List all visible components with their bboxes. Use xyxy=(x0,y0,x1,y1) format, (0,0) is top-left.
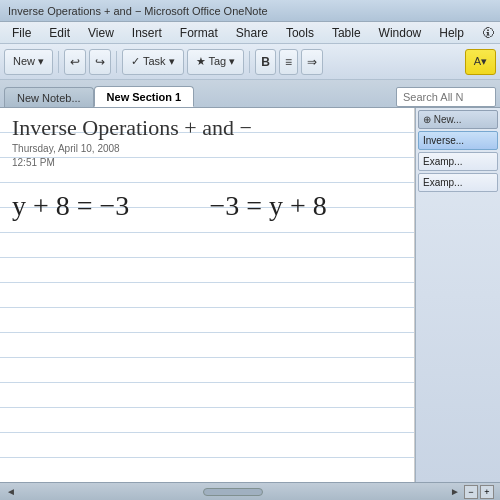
right-panel: ⊕ New... Inverse... Examp... Examp... xyxy=(415,108,500,482)
page-item-2[interactable]: Examp... xyxy=(418,152,498,171)
page-item-1[interactable]: Inverse... xyxy=(418,131,498,150)
menu-help-icon[interactable]: 🛈 xyxy=(474,24,500,42)
math-right: −3 = y + 8 xyxy=(209,190,326,222)
note-content: Inverse Operations + and − Thursday, Apr… xyxy=(0,108,414,482)
main-area: Inverse Operations + and − Thursday, Apr… xyxy=(0,108,500,482)
menu-help[interactable]: Help xyxy=(431,24,472,42)
tag-label: ★ Tag ▾ xyxy=(196,55,236,68)
scroll-thumb xyxy=(203,488,263,496)
notebook-tab-label: New Noteb... xyxy=(17,92,81,104)
bold-button[interactable]: B xyxy=(255,49,276,75)
highlight-label: A▾ xyxy=(474,55,487,68)
menu-edit[interactable]: Edit xyxy=(41,24,78,42)
tab-bar: New Noteb... New Section 1 xyxy=(0,80,500,108)
math-left: y + 8 = −3 xyxy=(12,190,129,222)
note-math: y + 8 = −3 −3 = y + 8 xyxy=(12,190,402,222)
toolbar-right: A▾ xyxy=(465,49,496,75)
title-text: Inverse Operations + and − Microsoft Off… xyxy=(8,5,268,17)
scroll-right-btn[interactable]: ► xyxy=(450,486,460,497)
menu-share[interactable]: Share xyxy=(228,24,276,42)
task-button[interactable]: ✓ Task ▾ xyxy=(122,49,184,75)
separator-1 xyxy=(58,51,59,73)
search-bar xyxy=(396,87,496,107)
menu-view[interactable]: View xyxy=(80,24,122,42)
indent-button[interactable]: ⇒ xyxy=(301,49,323,75)
menu-tools[interactable]: Tools xyxy=(278,24,322,42)
menu-file[interactable]: File xyxy=(4,24,39,42)
highlight-button[interactable]: A▾ xyxy=(465,49,496,75)
zoom-controls: − + xyxy=(464,485,494,499)
search-input[interactable] xyxy=(396,87,496,107)
menu-table[interactable]: Table xyxy=(324,24,369,42)
separator-3 xyxy=(249,51,250,73)
new-button[interactable]: New ▾ xyxy=(4,49,53,75)
title-bar: Inverse Operations + and − Microsoft Off… xyxy=(0,0,500,22)
new-label: New ▾ xyxy=(13,55,44,68)
separator-2 xyxy=(116,51,117,73)
menu-format[interactable]: Format xyxy=(172,24,226,42)
toolbar: New ▾ ↩ ↪ ✓ Task ▾ ★ Tag ▾ B ≡ ⇒ A▾ xyxy=(0,44,500,80)
note-area[interactable]: Inverse Operations + and − Thursday, Apr… xyxy=(0,108,415,482)
note-date: Thursday, April 10, 2008 12:51 PM xyxy=(12,142,402,170)
notebook-tab[interactable]: New Noteb... xyxy=(4,87,94,107)
menu-bar: File Edit View Insert Format Share Tools… xyxy=(0,22,500,44)
note-title: Inverse Operations + and − xyxy=(12,116,402,140)
redo-button[interactable]: ↪ xyxy=(89,49,111,75)
tag-button[interactable]: ★ Tag ▾ xyxy=(187,49,245,75)
menu-insert[interactable]: Insert xyxy=(124,24,170,42)
zoom-in-button[interactable]: + xyxy=(480,485,494,499)
new-page-button[interactable]: ⊕ New... xyxy=(418,110,498,129)
section-tab[interactable]: New Section 1 xyxy=(94,86,195,107)
list-button[interactable]: ≡ xyxy=(279,49,298,75)
status-bar: ◄ ► − + xyxy=(0,482,500,500)
scrollbar-area[interactable] xyxy=(16,488,450,496)
zoom-out-button[interactable]: − xyxy=(464,485,478,499)
page-item-3[interactable]: Examp... xyxy=(418,173,498,192)
section-tab-label: New Section 1 xyxy=(107,91,182,103)
undo-button[interactable]: ↩ xyxy=(64,49,86,75)
scroll-left-btn[interactable]: ◄ xyxy=(6,486,16,497)
task-label: ✓ Task ▾ xyxy=(131,55,175,68)
menu-window[interactable]: Window xyxy=(371,24,430,42)
